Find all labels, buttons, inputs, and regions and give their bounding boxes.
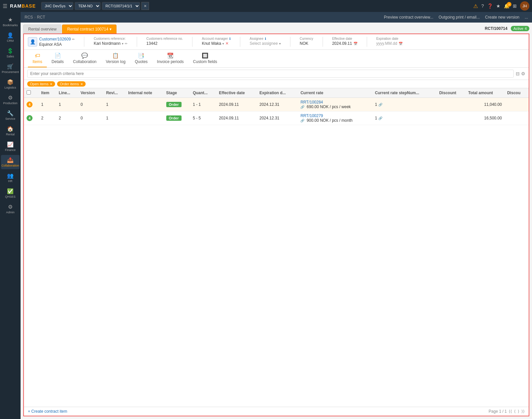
col-effective-date[interactable]: Effective date xyxy=(216,88,257,98)
table-row[interactable]: 4 1 1 0 1 Order xyxy=(24,98,529,111)
am-dropdown-icon[interactable]: ▾ xyxy=(222,42,224,45)
col-current-rate-step[interactable]: Current rate stepNum... xyxy=(372,88,437,98)
row2-version[interactable]: 0 xyxy=(78,111,104,125)
row1-expiration-date[interactable]: 2024.12.31 xyxy=(257,98,298,111)
sidebar-item-rental[interactable]: 🏠 Rental xyxy=(1,124,20,138)
row1-line[interactable]: 1 xyxy=(56,98,78,111)
bookmark-icon[interactable]: ★ xyxy=(496,3,500,9)
breadcrumb-rcs[interactable]: RCS xyxy=(25,15,33,20)
ref-dropdown-icon[interactable]: ▾ xyxy=(122,42,123,45)
pagination-first[interactable]: ⟨⟨ xyxy=(509,409,512,414)
print-email-link[interactable]: Outgoing print / email... xyxy=(439,15,480,20)
filter-open-items-remove[interactable]: ✕ xyxy=(50,82,52,86)
col-expiration-date[interactable]: Expiration d... xyxy=(257,88,298,98)
sidebar-item-bookmarks[interactable]: ★ Bookmarks xyxy=(1,15,20,29)
row2-expiration-date[interactable]: 2024.12.31 xyxy=(257,111,298,125)
expiration-date-calendar-icon[interactable]: 📅 xyxy=(399,42,403,45)
sidebar-item-finance[interactable]: 📈 Finance xyxy=(1,139,20,154)
col-item[interactable]: Item xyxy=(38,88,56,98)
menu-icon[interactable]: ☰ xyxy=(3,3,7,9)
bell-icon[interactable]: 🔔 3 xyxy=(504,3,509,9)
row1-revi[interactable]: 1 xyxy=(104,98,126,111)
sidebar-item-production[interactable]: ⚙ Production xyxy=(1,93,20,107)
sidebar-item-hr[interactable]: 👥 HR xyxy=(1,171,20,185)
alert-icon[interactable]: ⚠ xyxy=(473,3,478,9)
table-scroll[interactable]: Item Line... Version Revi... Internal no… xyxy=(24,88,529,407)
select-all-checkbox[interactable] xyxy=(27,90,31,95)
preview-contract-link[interactable]: Preview contract overview... xyxy=(384,15,433,20)
row1-current-rate[interactable]: RRT/100284 🔗 690.00 NOK / pcs / week xyxy=(298,98,372,111)
grid-icon[interactable]: ⊞ xyxy=(513,3,517,9)
row2-internal-note[interactable] xyxy=(125,111,163,125)
col-total-amount[interactable]: Total amount xyxy=(466,88,504,98)
row1-quant[interactable]: 1 - 1 xyxy=(190,98,216,111)
col-revi[interactable]: Revi... xyxy=(104,88,126,98)
question-icon[interactable]: ❓ xyxy=(487,3,493,9)
docref-select[interactable]: RCT/100714/1/1 xyxy=(102,2,140,10)
col-current-rate[interactable]: Current rate xyxy=(298,88,372,98)
tab-custom-fields[interactable]: 🔲 Custom fields xyxy=(189,50,222,67)
row2-line[interactable]: 2 xyxy=(56,111,78,125)
tab-items[interactable]: 🏷 Items xyxy=(28,50,47,67)
sidebar-item-crm[interactable]: 👤 CRM xyxy=(1,30,20,44)
sidebar-item-service[interactable]: 🔧 Service xyxy=(1,108,20,122)
row2-item[interactable]: 2 xyxy=(38,111,56,125)
rental-overview-tab[interactable]: Rental overview xyxy=(23,25,61,34)
sidebar-item-collaboration[interactable]: 📤 Collaboration xyxy=(1,155,20,169)
help-icon[interactable]: ? xyxy=(481,3,484,9)
filter-order-items-remove[interactable]: ✕ xyxy=(80,82,83,86)
row1-discou[interactable] xyxy=(504,98,529,111)
tab-details[interactable]: 📄 Details xyxy=(47,50,68,67)
row2-discount[interactable] xyxy=(436,111,465,125)
avatar[interactable]: JH xyxy=(520,1,529,11)
customer-edit-icon[interactable]: ✏ xyxy=(72,37,75,41)
col-version[interactable]: Version xyxy=(78,88,104,98)
row2-effective-date[interactable]: 2024.09.11 xyxy=(216,111,257,125)
ref-edit-icon[interactable]: ✏ xyxy=(125,42,127,45)
filter-chip-order-items[interactable]: Order items ✕ xyxy=(57,81,85,87)
row2-quant[interactable]: 5 - 5 xyxy=(190,111,216,125)
row1-item[interactable]: 1 xyxy=(38,98,56,111)
create-contract-item-button[interactable]: + Create contract item xyxy=(28,409,67,414)
tab-quotes[interactable]: 📑 Quotes xyxy=(130,50,152,67)
sidebar-item-procurement[interactable]: 🛒 Procurement xyxy=(1,61,20,76)
row1-effective-date[interactable]: 2024.09.11 xyxy=(216,98,257,111)
pagination-prev[interactable]: ⟨ xyxy=(514,409,516,414)
col-discount[interactable]: Discount xyxy=(436,88,465,98)
row1-internal-note[interactable] xyxy=(125,98,163,111)
breadcrumb-rct[interactable]: RCT xyxy=(37,15,45,20)
pagination-last[interactable]: ⟩⟩ xyxy=(521,409,525,414)
row2-rate-link[interactable]: RRT/100279 xyxy=(300,113,369,118)
org-select[interactable]: JHC DevSys xyxy=(41,2,73,10)
sidebar-item-sales[interactable]: 💲 Sales xyxy=(1,46,20,60)
row1-rate-step[interactable]: 1 🔗 xyxy=(372,98,437,111)
col-line[interactable]: Line... xyxy=(56,88,78,98)
row2-rate-step[interactable]: 1 🔗 xyxy=(372,111,437,125)
customer-ref-link[interactable]: Customer/102609 xyxy=(39,37,71,41)
effective-date-calendar-icon[interactable]: 📅 xyxy=(353,42,357,45)
row2-current-rate[interactable]: RRT/100279 🔗 900.00 NOK / pcs / month xyxy=(298,111,372,125)
pagination-next[interactable]: ⟩ xyxy=(518,409,519,414)
col-internal-note[interactable]: Internal note xyxy=(125,88,163,98)
row1-version[interactable]: 0 xyxy=(78,98,104,111)
am-clear-icon[interactable]: ✕ xyxy=(225,41,229,46)
table-row[interactable]: 4 2 2 0 1 Order xyxy=(24,111,529,125)
sidebar-item-qhses[interactable]: ✅ QHSES xyxy=(1,186,20,200)
row2-revi[interactable]: 1 xyxy=(104,111,126,125)
sidebar-item-admin[interactable]: ⚙ Admin xyxy=(1,202,20,216)
tab-invoice-periods[interactable]: 📆 Invoice periods xyxy=(152,50,189,67)
filter-chip-open-items[interactable]: Open items ✕ xyxy=(27,81,55,87)
col-discou[interactable]: Discou xyxy=(504,88,529,98)
docref-close-button[interactable]: ✕ xyxy=(141,2,149,10)
row2-total-amount[interactable]: 16,500.00 xyxy=(466,111,504,125)
more-actions-link[interactable]: ... xyxy=(525,15,528,20)
settings-icon[interactable]: ⚙ xyxy=(521,71,525,76)
assignee-dropdown-icon[interactable]: ▾ xyxy=(279,42,281,45)
sidebar-item-logistics[interactable]: 📦 Logistics xyxy=(1,77,20,91)
row1-rate-link[interactable]: RRT/100284 xyxy=(300,100,369,105)
tab-version-log[interactable]: 📋 Version log xyxy=(101,50,130,67)
create-version-link[interactable]: Create new version xyxy=(485,15,519,20)
tab-collaboration[interactable]: 💬 Collaboration xyxy=(68,50,101,67)
search-input[interactable] xyxy=(27,70,514,78)
col-stage[interactable]: Stage xyxy=(164,88,190,98)
